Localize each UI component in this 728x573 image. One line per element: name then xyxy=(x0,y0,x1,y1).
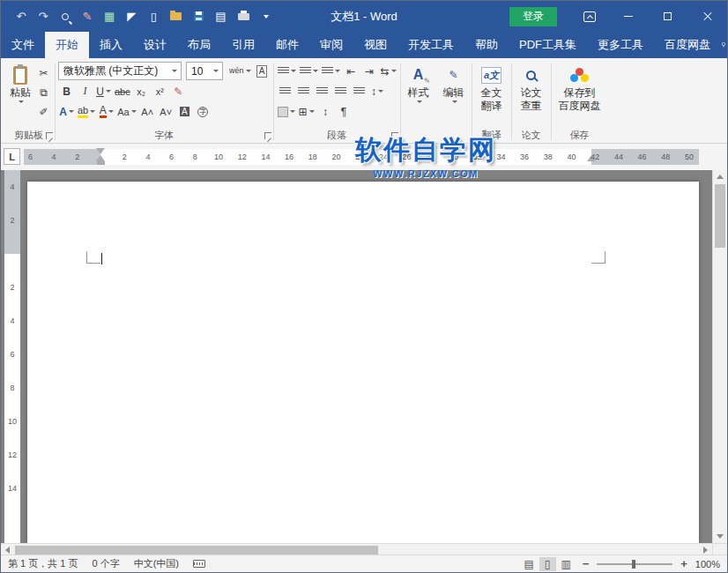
paste-button[interactable]: 粘贴 xyxy=(5,61,35,128)
print-page-icon[interactable]: ▤ xyxy=(214,10,227,24)
distribute-icon[interactable] xyxy=(351,82,368,100)
minimize-button[interactable] xyxy=(608,1,648,32)
maximize-button[interactable] xyxy=(648,1,687,32)
text-effects-icon[interactable]: A xyxy=(58,102,75,121)
phonetic-guide-icon[interactable]: wén xyxy=(228,62,252,80)
full-text-translate-button[interactable]: a文 全文 翻译 xyxy=(475,61,509,112)
shading-icon[interactable] xyxy=(277,102,296,121)
underline-icon[interactable]: U xyxy=(95,82,112,100)
sort-icon[interactable]: ↕ xyxy=(317,102,334,121)
editing-button[interactable]: ✎ 编辑 xyxy=(439,61,469,103)
bullets-icon[interactable] xyxy=(277,62,297,80)
zoom-slider-thumb[interactable] xyxy=(632,560,635,569)
font-dialog-launcher-icon[interactable] xyxy=(264,132,271,139)
new-document-icon[interactable]: ▯ xyxy=(147,10,160,24)
redo-icon[interactable]: ↷ xyxy=(37,10,49,24)
tab-review[interactable]: 审阅 xyxy=(309,32,353,58)
character-shading-icon[interactable]: A xyxy=(176,102,193,121)
paper-check-button[interactable]: 论文 查重 xyxy=(515,61,548,112)
hanging-indent-marker[interactable] xyxy=(96,155,105,161)
increase-indent-icon[interactable]: ⇥ xyxy=(361,62,378,80)
tab-stop-selector[interactable]: L xyxy=(4,148,20,165)
vertical-scrollbar[interactable] xyxy=(712,170,727,543)
read-mode-button[interactable]: ▤ xyxy=(521,557,538,571)
vertical-scroll-thumb[interactable] xyxy=(715,184,725,248)
paragraph-dialog-launcher-icon[interactable] xyxy=(391,132,398,139)
horizontal-scroll-thumb[interactable] xyxy=(15,546,378,554)
tab-mailings[interactable]: 邮件 xyxy=(265,32,309,58)
italic-icon[interactable]: I xyxy=(77,82,93,100)
page-indicator[interactable]: 第 1 页，共 1 页 xyxy=(8,557,78,570)
login-button[interactable]: 登录 xyxy=(509,7,557,26)
show-formatting-marks-icon[interactable]: ¶ xyxy=(336,102,353,121)
print-preview-icon[interactable] xyxy=(59,10,71,24)
borders-icon[interactable]: ⊞ xyxy=(298,102,316,121)
left-indent-marker[interactable] xyxy=(97,161,105,165)
undo-icon[interactable]: ↶ xyxy=(15,10,27,24)
zoom-level[interactable]: 100% xyxy=(695,559,720,569)
open-folder-icon[interactable] xyxy=(169,10,182,24)
line-spacing-icon[interactable]: ↕ xyxy=(369,82,386,100)
vertical-ruler[interactable]: 422468101214 xyxy=(1,170,24,543)
enclose-character-icon[interactable]: 字 xyxy=(195,102,212,121)
subscript-icon[interactable]: x₂ xyxy=(133,82,150,100)
multilevel-list-icon[interactable] xyxy=(321,62,341,80)
tab-view[interactable]: 视图 xyxy=(353,32,397,58)
align-center-icon[interactable] xyxy=(295,82,312,100)
scroll-up-button[interactable] xyxy=(713,170,727,183)
qat-more-icon[interactable] xyxy=(260,10,272,24)
first-line-indent-marker[interactable] xyxy=(96,148,105,154)
tab-home[interactable]: 开始 xyxy=(45,32,89,58)
horizontal-ruler[interactable]: 6422468101214161820222426283032343638404… xyxy=(24,149,699,165)
align-right-icon[interactable] xyxy=(314,82,331,100)
word-count[interactable]: 0 个字 xyxy=(92,557,119,570)
font-color-icon[interactable]: A xyxy=(98,102,115,121)
select-icon[interactable]: ◤ xyxy=(125,10,137,24)
font-size-combo[interactable]: 10 xyxy=(186,62,223,80)
strikethrough-icon[interactable]: abc xyxy=(114,82,131,100)
clipboard-dialog-launcher-icon[interactable] xyxy=(46,132,53,139)
numbering-icon[interactable] xyxy=(299,62,319,80)
web-layout-button[interactable]: ▥ xyxy=(558,557,575,571)
styles-button[interactable]: A 样式 xyxy=(404,61,434,103)
change-case-icon[interactable]: Aa xyxy=(116,102,137,121)
zoom-slider[interactable] xyxy=(597,563,672,565)
align-left-icon[interactable] xyxy=(277,82,293,100)
superscript-icon[interactable]: x² xyxy=(152,82,168,100)
tab-design[interactable]: 设计 xyxy=(133,32,177,58)
save-to-netdisk-button[interactable]: 保存到 百度网盘 xyxy=(554,61,605,112)
print-layout-button[interactable]: ▯ xyxy=(539,557,556,571)
tab-pdf-tools[interactable]: PDF工具集 xyxy=(509,32,587,58)
asian-layout-icon[interactable]: ⇆ xyxy=(380,62,397,80)
tab-baidu-netdisk[interactable]: 百度网盘 xyxy=(654,32,721,58)
keyboard-icon[interactable] xyxy=(193,560,205,568)
table-icon[interactable]: ▦ xyxy=(103,10,115,24)
save-icon[interactable] xyxy=(192,10,204,24)
bold-icon[interactable]: B xyxy=(58,82,75,100)
format-painter-icon[interactable]: ✐ xyxy=(35,102,52,121)
ribbon-display-options-button[interactable] xyxy=(571,1,608,32)
pen-icon[interactable]: ✎ xyxy=(81,10,93,24)
font-name-combo[interactable]: 微软雅黑 (中文正文) xyxy=(58,62,182,80)
document-canvas[interactable] xyxy=(24,170,712,543)
language-indicator[interactable]: 中文(中国) xyxy=(134,557,179,570)
tab-help[interactable]: 帮助 xyxy=(464,32,509,58)
cut-icon[interactable]: ✂ xyxy=(35,63,52,82)
decrease-indent-icon[interactable]: ⇤ xyxy=(343,62,360,80)
tab-insert[interactable]: 插入 xyxy=(89,32,133,58)
tab-more-tools[interactable]: 更多工具 xyxy=(587,32,654,58)
zoom-in-button[interactable]: + xyxy=(680,557,687,570)
highlight-color-icon[interactable]: ab xyxy=(77,102,96,121)
zoom-out-button[interactable]: − xyxy=(583,557,590,570)
tab-file[interactable]: 文件 xyxy=(1,32,45,58)
red-pen-icon[interactable]: ✎ xyxy=(170,82,187,100)
shrink-font-icon[interactable]: A˅ xyxy=(158,102,175,121)
tab-layout[interactable]: 布局 xyxy=(177,32,221,58)
grow-font-icon[interactable]: A˄ xyxy=(139,102,156,121)
character-border-icon[interactable]: A xyxy=(254,62,271,80)
scroll-down-button[interactable] xyxy=(713,530,727,543)
printer-icon[interactable] xyxy=(237,10,250,24)
copy-icon[interactable]: ⧉ xyxy=(35,83,52,101)
justify-icon[interactable] xyxy=(332,82,349,100)
page[interactable] xyxy=(27,182,699,543)
